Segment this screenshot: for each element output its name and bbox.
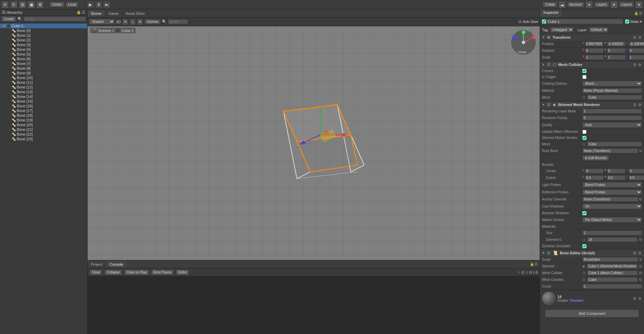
skinned-pick-icon[interactable]: ⊙ [639,264,642,268]
be-z-input[interactable] [629,175,644,180]
scl-z-input[interactable] [629,55,644,60]
list-item[interactable]: ▼🦴Bone [19] [0,118,87,122]
count-input[interactable] [582,284,642,289]
pos-y-input[interactable] [607,41,625,46]
gizmos-button[interactable]: Gizmos [144,19,161,24]
mat-menu-icon[interactable]: ☰ [633,297,637,300]
hierarchy-search-input[interactable] [24,16,86,22]
list-item[interactable]: ▼🦴Bone [9] [0,71,87,75]
mc-created-pick-icon[interactable]: ⊙ [639,277,642,282]
list-item[interactable]: ▼🦴Bone [13] [0,89,87,94]
bc-y-input[interactable] [607,169,625,174]
transform-menu-icon[interactable]: ☰ [633,36,637,39]
account-button[interactable]: Account [567,2,584,7]
skinned-input[interactable] [587,264,638,269]
breadcrumb-scenes[interactable]: Scenes [98,29,111,33]
be-mc-pick-icon[interactable]: ⊙ [639,271,642,275]
materials-size-input[interactable] [582,230,642,235]
bc-z-input[interactable] [629,169,644,174]
list-item[interactable]: ▼🦴Bone [17] [0,108,87,113]
list-item[interactable]: ▼🦴Bone [11] [0,80,87,85]
list-item[interactable]: ▼🦴Bone [20] [0,122,87,127]
collapse-button[interactable]: Collapse [104,269,122,275]
static-dropdown-icon[interactable]: ▾ [640,20,642,24]
scl-x-input[interactable] [585,55,604,60]
transform-settings-icon[interactable]: ⚙ [638,36,642,39]
be-y-input[interactable] [607,175,625,180]
list-item[interactable]: ▼🦴Bone [15] [0,99,87,104]
skinned-motion-checkbox[interactable] [582,136,586,140]
add-component-button[interactable]: Add Component [545,309,639,318]
list-item[interactable]: ▼🦴Bone [12] [0,85,87,89]
reflection-probes-select[interactable]: Blend Probes [582,189,642,195]
smr-mesh-input[interactable] [587,142,642,147]
list-item[interactable]: ▼🦴Bone [6] [0,57,87,61]
static-checkbox[interactable] [625,20,629,24]
list-item[interactable]: ▼🦴Bone [16] [0,104,87,108]
clear-on-play-button[interactable]: Clear on Play [124,269,149,275]
mat-settings-icon[interactable]: ⚙ [638,297,642,300]
render-mode-select[interactable]: Shaded Wireframe [89,19,115,25]
cube-3d-object[interactable] [263,91,364,186]
list-item[interactable]: ▼🦴Bone [0] [0,28,87,33]
smr-menu-icon[interactable]: ☰ [633,103,637,107]
mc-menu-icon[interactable]: ☰ [633,63,637,67]
2d-toggle[interactable]: 2D [116,20,121,24]
tab-project[interactable]: Project [88,261,106,267]
pause-button[interactable]: ⏸ [95,1,102,8]
list-item[interactable]: ▼🦴Bone [7] [0,61,87,66]
element0-pick-icon[interactable]: ⊙ [639,237,642,242]
list-item[interactable]: ▼🦴Bone [3] [0,42,87,47]
scene-view[interactable]: 🎬 Scenes > ⬛ Cube 1 [88,26,540,260]
motion-vectors-select[interactable]: Per Object Motion [582,217,642,223]
is-trigger-checkbox[interactable] [582,75,586,79]
scl-y-input[interactable] [607,55,625,60]
tab-game[interactable]: Game [105,10,122,16]
hierarchy-tab[interactable]: ☰ Hierarchy 🔒 ☰ [0,9,87,15]
scene-gizmo[interactable]: X Y Z Persp [510,29,537,56]
object-name-input[interactable] [546,19,623,24]
smr-header[interactable]: ▼ ☑ ◈ Skinned Mesh Renderer ☰ ⚙ [540,101,644,108]
transform-rotate-icon[interactable]: ↻ [10,1,18,8]
root-bone-input[interactable] [582,148,638,153]
audio-icon[interactable]: ♪ [130,19,136,25]
mesh-collider-checkbox[interactable]: ☑ [547,63,550,67]
renderer-priority-input[interactable] [582,115,642,120]
inspector-lock-icon[interactable]: 🔒 [634,11,638,15]
list-item[interactable]: ▼⬛Cube 1 [0,24,87,28]
be-settings-icon[interactable]: ⚙ [638,251,642,255]
console-lock-icon[interactable]: 🔒 [530,262,534,266]
effects-icon[interactable]: ✦ [137,19,143,25]
edit-bounds-button[interactable]: ⊕Edit Bounds [582,155,609,161]
auto-save-checkbox[interactable]: ☑ [518,20,521,24]
element0-input[interactable] [587,237,638,242]
pos-z-input[interactable] [629,41,644,46]
center-button[interactable]: Center [49,2,64,7]
be-menu-icon[interactable]: ☰ [633,251,637,255]
quality-select[interactable]: Auto [582,122,642,128]
account-dropdown-icon[interactable]: ▾ [585,1,593,8]
create-button[interactable]: Create [1,16,16,22]
mc-mesh-input[interactable] [587,95,642,100]
rot-z-input[interactable] [629,48,644,53]
transform-rect-icon[interactable]: ▣ [28,1,35,8]
transform-multi-icon[interactable]: ⚙ [36,1,44,8]
list-item[interactable]: ▼🦴Bone [5] [0,52,87,57]
script-input[interactable] [582,257,638,262]
list-item[interactable]: ▼🦴Bone [2] [0,38,87,42]
scene-search-input[interactable] [168,19,188,24]
list-item[interactable]: ▼🦴Bone [21] [0,127,87,132]
light-probes-select[interactable]: Blend Probes [582,182,642,188]
tag-select[interactable]: Untagged [550,27,574,33]
pos-x-input[interactable] [585,41,604,46]
be-checkbox[interactable]: ☑ [547,251,550,255]
mc-settings-icon[interactable]: ⚙ [638,63,642,67]
rendering-layer-mask-input[interactable] [582,109,642,114]
cooking-options-select[interactable]: Mixed ... [582,81,642,86]
update-offscreen-checkbox[interactable] [582,130,586,134]
list-item[interactable]: ▼🦴Bone [8] [0,66,87,71]
shader-value[interactable]: Standard [570,299,583,302]
tab-asset-store[interactable]: Asset Store [122,10,148,16]
list-item[interactable]: ▼🦴Bone [4] [0,47,87,52]
anchor-override-input[interactable] [582,197,638,202]
